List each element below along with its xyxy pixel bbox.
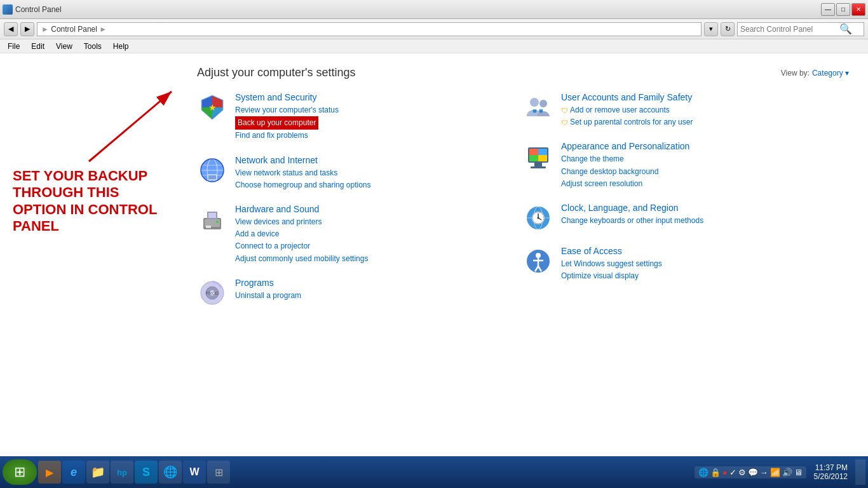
taskbar: ⊞ ▶ e 📁 hp S 🌐 W ⊞ 🌐 🔒 ● ✓ ⚙ 💬 → 📶 🔊 [0, 456, 868, 488]
minimize-button[interactable]: — [821, 3, 835, 16]
address-field[interactable]: ► Control Panel ► [37, 22, 702, 36]
category-appearance: Appearance and Personalization Change th… [523, 141, 849, 190]
svg-rect-30 [538, 149, 547, 155]
taskbar-ie[interactable]: e [62, 461, 85, 484]
svg-point-23 [530, 98, 539, 107]
svg-line-1 [89, 92, 172, 161]
system-security-link-1[interactable]: Review your computer's status [235, 104, 339, 116]
start-button[interactable]: ⊞ [3, 459, 37, 485]
appearance-link-2[interactable]: Change desktop background [561, 166, 689, 178]
misc-icon: ⊞ [215, 466, 223, 478]
title-bar: Control Panel — □ ✕ [0, 0, 868, 19]
forward-button[interactable]: ▶ [20, 22, 34, 36]
hardware-link-4[interactable]: Adjust commonly used mobility settings [235, 253, 368, 265]
appearance-link-1[interactable]: Change the theme [561, 153, 689, 165]
search-icon[interactable]: 🔍 [839, 23, 852, 35]
user-accounts-link-2[interactable]: Set up parental controls for any user [570, 116, 693, 128]
hardware-icon [197, 204, 227, 234]
left-panel: SET YOUR BACKUP THROUGH THIS OPTION IN C… [0, 53, 178, 456]
window-icon [3, 4, 13, 15]
main-content: SET YOUR BACKUP THROUGH THIS OPTION IN C… [0, 53, 868, 456]
taskbar-misc[interactable]: ⊞ [207, 461, 230, 484]
svg-rect-33 [534, 163, 542, 166]
hardware-title[interactable]: Hardware and Sound [235, 204, 368, 214]
user-accounts-icon [523, 92, 553, 123]
system-security-link-3[interactable]: Find and fix problems [235, 130, 339, 142]
svg-point-17 [216, 220, 219, 223]
programs-link-1[interactable]: Uninstall a program [235, 290, 301, 302]
ease-link-1[interactable]: Let Windows suggest settings [561, 258, 662, 270]
category-system-security: ★ System and Security Review your comput… [197, 92, 523, 142]
tray-icon-10: 🖥 [794, 468, 803, 477]
programs-icon: PROG [197, 278, 227, 308]
back-button[interactable]: ◀ [4, 22, 18, 36]
hardware-link-2[interactable]: Add a device [235, 228, 368, 240]
svg-rect-18 [206, 226, 211, 228]
network-link-2[interactable]: Choose homegroup and sharing options [235, 179, 370, 191]
clock-icon [523, 203, 553, 233]
menu-view[interactable]: View [51, 41, 78, 52]
ease-link-2[interactable]: Optimize visual display [561, 270, 662, 282]
tray-icon-4: ✓ [729, 468, 736, 477]
svg-text:★: ★ [208, 102, 217, 112]
view-by-label: View by: [781, 69, 810, 78]
clock-link-1[interactable]: Change keyboards or other input methods [561, 215, 703, 227]
hp-icon: hp [117, 468, 127, 477]
maximize-button[interactable]: □ [836, 3, 850, 16]
window-title: Control Panel [15, 5, 62, 14]
appearance-title[interactable]: Appearance and Personalization [561, 141, 689, 151]
taskbar-chrome[interactable]: 🌐 [159, 461, 182, 484]
shield-icon-2: 🛡 [561, 119, 568, 126]
close-button[interactable]: ✕ [851, 3, 865, 16]
tray-icon-7: → [760, 468, 768, 477]
view-by-dropdown[interactable]: Category ▾ [812, 69, 849, 78]
appearance-link-3[interactable]: Adjust screen resolution [561, 178, 689, 190]
ease-title[interactable]: Ease of Access [561, 246, 662, 256]
cp-content: Adjust your computer's settings View by:… [178, 53, 868, 456]
tray-icon-6: 💬 [748, 468, 758, 477]
clock-title[interactable]: Clock, Language, and Region [561, 203, 703, 213]
network-title[interactable]: Network and Internet [235, 155, 370, 165]
system-security-info: System and Security Review your computer… [235, 92, 339, 142]
show-desktop-button[interactable] [855, 459, 865, 485]
taskbar-skype[interactable]: S [135, 461, 158, 484]
category-user-accounts: User Accounts and Family Safety 🛡 Add or… [523, 92, 849, 128]
windows-logo-icon: ⊞ [14, 464, 25, 480]
taskbar-media-player[interactable]: ▶ [38, 461, 61, 484]
svg-point-44 [536, 253, 541, 258]
taskbar-explorer[interactable]: 📁 [86, 461, 109, 484]
user-accounts-link-1[interactable]: Add or remove user accounts [570, 104, 670, 116]
categories-grid: ★ System and Security Review your comput… [197, 92, 849, 321]
search-input[interactable] [738, 25, 839, 34]
skype-icon: S [142, 466, 150, 479]
category-ease: Ease of Access Let Windows suggest setti… [523, 246, 849, 282]
title-bar-left: Control Panel [3, 4, 62, 15]
tray-icon-5: ⚙ [738, 468, 746, 477]
ease-icon [523, 246, 553, 276]
svg-point-24 [539, 100, 547, 107]
hardware-link-1[interactable]: View devices and printers [235, 216, 368, 228]
svg-point-42 [538, 217, 539, 219]
hardware-link-3[interactable]: Connect to a projector [235, 240, 368, 252]
left-categories: ★ System and Security Review your comput… [197, 92, 523, 321]
category-network: Network and Internet View network status… [197, 155, 523, 191]
programs-title[interactable]: Programs [235, 278, 301, 288]
menu-file[interactable]: File [3, 41, 25, 52]
cp-header: Adjust your computer's settings View by:… [197, 66, 849, 79]
refresh-button[interactable]: ↻ [721, 22, 735, 36]
menu-tools[interactable]: Tools [79, 41, 107, 52]
network-link-1[interactable]: View network status and tasks [235, 167, 370, 179]
menu-help[interactable]: Help [108, 41, 134, 52]
address-dropdown-button[interactable]: ▾ [704, 22, 718, 36]
clock-info: Clock, Language, and Region Change keybo… [561, 203, 703, 227]
taskbar-word[interactable]: W [183, 461, 206, 484]
explorer-icon: 📁 [91, 465, 105, 479]
user-accounts-title[interactable]: User Accounts and Family Safety [561, 92, 693, 102]
system-tray: 🌐 🔒 ● ✓ ⚙ 💬 → 📶 🔊 🖥 [695, 466, 806, 478]
system-security-title[interactable]: System and Security [235, 92, 339, 102]
menu-edit[interactable]: Edit [26, 41, 50, 52]
taskbar-hp[interactable]: hp [111, 461, 133, 484]
clock-display[interactable]: 11:37 PM 5/26/2012 [809, 463, 853, 481]
system-security-link-2[interactable]: Back up your computer [235, 116, 318, 130]
window-controls: — □ ✕ [821, 3, 865, 16]
